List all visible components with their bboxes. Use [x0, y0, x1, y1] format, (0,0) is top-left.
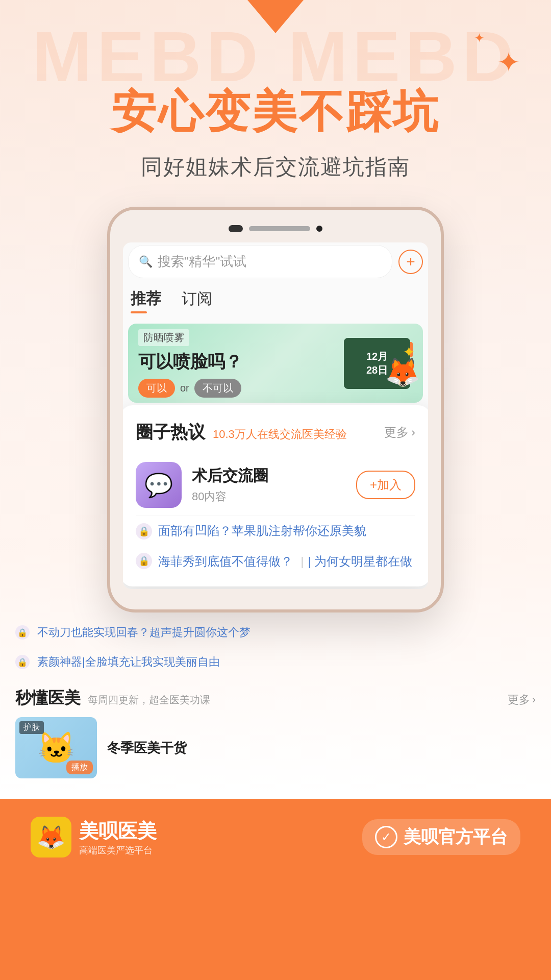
banner-card[interactable]: 防晒喷雾 可以喷脸吗？ 可以 or 不可以 每日辩选 12月 28日 🦊 [128, 324, 423, 403]
video-thumbnail: 🐱 护肤 播放 [15, 717, 97, 778]
phone-mockup: 🔍 搜索"精华"试试 + 推荐 订阅 防晒喷雾 可以喷脸吗？ 可以 [107, 207, 444, 612]
community-section: 圈子热议 10.3万人在线交流医美经验 更多 › 💬 术后交流圈 [123, 405, 428, 586]
play-badge: 播放 [66, 761, 93, 774]
banner-date: 12月 [366, 350, 388, 363]
camera-left [229, 225, 243, 232]
community-header: 圈子热议 10.3万人在线交流医美经验 更多 › [136, 421, 415, 444]
banner-left-content: 防晒喷雾 可以喷脸吗？ 可以 or 不可以 [128, 324, 331, 403]
article-text-mark [293, 553, 296, 569]
article-icon-1: 🔒 [136, 523, 152, 540]
section2-header: 秒懂医美 每周四更新，超全医美功课 更多 › [15, 677, 536, 717]
community-more-link[interactable]: 更多 › [384, 424, 415, 440]
banner-buttons: 可以 or 不可以 [138, 379, 321, 398]
speaker [249, 226, 310, 231]
tab-bar: 推荐 订阅 [128, 288, 423, 313]
circle-name: 术后交流圈 [192, 465, 346, 486]
search-icon: 🔍 [139, 255, 153, 268]
article-item-2[interactable]: 🔒 海菲秀到底值不值得做？ || 为何女明星都在做 [136, 546, 415, 576]
background-bottom [0, 868, 551, 980]
more-article-text-1: 不动刀也能实现回春？超声提升圆你这个梦 [37, 625, 251, 640]
sub-headline: 同好姐妹术后交流避坑指南 [0, 153, 551, 181]
banner-star: ✦ [403, 343, 415, 361]
logo-group: 🦊 美呗医美 高端医美严选平台 [31, 817, 157, 857]
banner-date-day: 28日 [366, 363, 388, 377]
phone-notch [123, 225, 428, 232]
more-article-2[interactable]: 🔒 素颜神器|全脸填充让我实现美丽自由 [15, 647, 536, 677]
more-article-1[interactable]: 🔒 不动刀也能实现回春？超声提升圆你这个梦 [15, 618, 536, 647]
tab-recommend[interactable]: 推荐 [131, 288, 161, 313]
phone-frame: 🔍 搜索"精华"试试 + 推荐 订阅 防晒喷雾 可以喷脸吗？ 可以 [107, 207, 444, 612]
search-placeholder-text: 搜索"精华"试试 [158, 253, 246, 271]
video-card[interactable]: 🐱 护肤 播放 冬季医美干货 [15, 717, 536, 778]
tab-subscribe[interactable]: 订阅 [182, 288, 212, 313]
circle-avatar: 💬 [136, 462, 182, 508]
section2-more[interactable]: 更多 › [508, 692, 536, 707]
section2-title: 秒懂医美 [15, 689, 81, 707]
article-text-after: | 为何女明星都在做 [308, 554, 412, 568]
article-text-before: 海菲秀到底值不值得做？ [158, 554, 293, 568]
btn-or: or [180, 382, 189, 394]
search-input-container[interactable]: 🔍 搜索"精华"试试 [128, 245, 392, 278]
section2-title-group: 秒懂医美 每周四更新，超全医美功课 [15, 687, 210, 709]
main-headline: 安心变美不踩坑 [0, 82, 551, 142]
logo-icon: 🦊 [31, 817, 71, 857]
banner-tag: 防晒喷雾 [138, 329, 189, 346]
article-text-2: 海菲秀到底值不值得做？ || 为何女明星都在做 [158, 552, 412, 570]
more-article-text-2: 素颜神器|全脸填充让我实现美丽自由 [37, 654, 220, 670]
section2-more-label: 更多 [508, 692, 530, 707]
circle-item: 💬 术后交流圈 80内容 +加入 [136, 454, 415, 516]
banner-title: 可以喷脸吗？ [138, 350, 321, 374]
add-icon: + [406, 253, 415, 271]
join-button[interactable]: +加入 [356, 471, 415, 499]
community-title: 圈子热议 [136, 421, 205, 444]
banner-right-content: 每日辩选 12月 28日 🦊 ✦ [331, 338, 423, 389]
circle-info: 术后交流圈 80内容 [192, 465, 346, 504]
headline-section: 安心变美不踩坑 同好姐妹术后交流避坑指南 [0, 0, 551, 181]
add-button[interactable]: + [398, 250, 423, 274]
logo-text-group: 美呗医美 高端医美严选平台 [79, 818, 157, 856]
more-label: 更多 [384, 424, 409, 440]
video-tag: 护肤 [19, 721, 44, 734]
section2-sub: 每周四更新，超全医美功课 [88, 694, 210, 705]
chat-icon: 💬 [144, 472, 173, 499]
article-pipe: | [300, 554, 304, 568]
chevron-right-icon: › [411, 425, 415, 439]
logo-name: 美呗医美 [79, 818, 157, 844]
footer: 🦊 美呗医美 高端医美严选平台 ✓ 美呗官方平台 [0, 799, 551, 875]
check-circle-icon: ✓ [375, 826, 397, 848]
section2-chevron-icon: › [532, 693, 536, 706]
more-article-icon-2: 🔒 [15, 655, 30, 669]
more-content-section: 🔒 不动刀也能实现回春？超声提升圆你这个梦 🔒 素颜神器|全脸填充让我实现美丽自… [0, 618, 551, 778]
phone-screen: 🔍 搜索"精华"试试 + 推荐 订阅 防晒喷雾 可以喷脸吗？ 可以 [123, 242, 428, 589]
video-title: 冬季医美干货 [107, 739, 187, 757]
logo-tagline: 高端医美严选平台 [79, 844, 157, 856]
community-title-group: 圈子热议 10.3万人在线交流医美经验 [136, 421, 347, 444]
camera-right [316, 226, 322, 232]
article-text-1: 面部有凹陷？苹果肌注射帮你还原美貌 [158, 522, 366, 540]
btn-yes[interactable]: 可以 [138, 379, 175, 398]
article-icon-2: 🔒 [136, 553, 152, 569]
official-badge: ✓ 美呗官方平台 [362, 819, 520, 855]
search-bar: 🔍 搜索"精华"试试 + [128, 245, 423, 278]
article-item-1[interactable]: 🔒 面部有凹陷？苹果肌注射帮你还原美貌 [136, 516, 415, 546]
more-article-icon-1: 🔒 [15, 625, 30, 640]
official-text: 美呗官方平台 [404, 825, 508, 849]
btn-no[interactable]: 不可以 [194, 379, 241, 398]
circle-count: 80内容 [192, 489, 346, 504]
community-subtitle: 10.3万人在线交流医美经验 [213, 427, 347, 442]
